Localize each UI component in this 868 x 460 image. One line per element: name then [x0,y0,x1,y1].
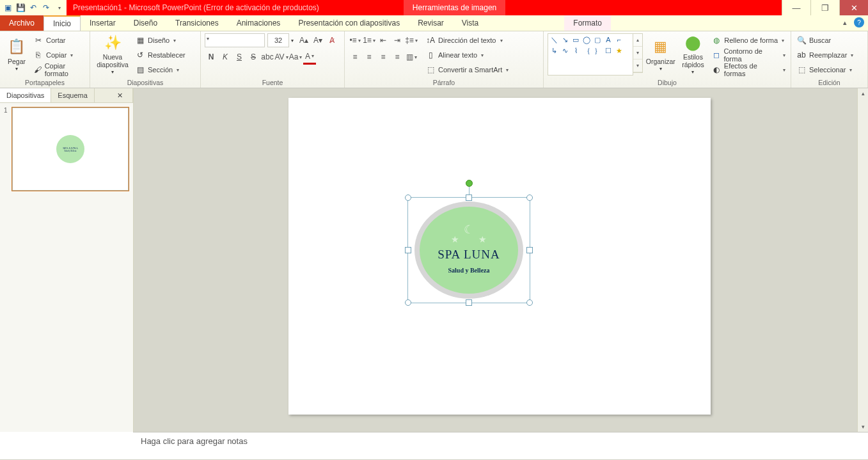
shape-text-icon[interactable]: A [604,35,613,44]
font-name-combo[interactable] [205,33,265,47]
align-right-button[interactable]: ≡ [377,51,390,63]
minimize-button[interactable]: — [782,0,810,15]
resize-handle-nw[interactable] [405,194,411,201]
tab-view[interactable]: Vista [453,15,487,31]
resize-handle-n[interactable] [466,194,472,201]
shape-line-icon[interactable]: ＼ [549,35,558,44]
shapes-gallery[interactable]: ＼↘▭◯▢A⌐ ↳∿⌇｛｝☐★ [548,33,633,75]
inc-indent-button[interactable]: ⇥ [391,34,404,47]
resize-handle-sw[interactable] [405,299,411,306]
selection-box[interactable]: ☾ ★★ SPA LUNA Salud y Belleza [407,197,530,303]
grow-font-button[interactable]: A▴ [297,34,310,47]
help-icon[interactable]: ? [854,17,864,28]
shape-curve-icon[interactable]: ∿ [560,46,569,55]
rotation-handle[interactable] [466,180,473,187]
panel-tab-outline[interactable]: Esquema [51,88,94,102]
justify-button[interactable]: ≡ [391,51,404,63]
clear-format-button[interactable]: A̷ [326,34,338,47]
find-button[interactable]: 🔍Buscar [795,33,855,47]
shadow-button[interactable]: abc [261,51,274,63]
shape-fill-button[interactable]: ◍Relleno de forma [710,33,787,47]
bold-button[interactable]: N [205,51,217,63]
logo-image[interactable]: ☾ ★★ SPA LUNA Salud y Belleza [414,202,523,299]
shape-elbow-icon[interactable]: ↳ [549,46,558,55]
align-text-icon: ▯ [425,50,436,60]
underline-button[interactable]: S [233,51,246,63]
format-painter-button[interactable]: 🖌Copiar formato [32,63,86,77]
tab-format[interactable]: Formato [564,15,611,31]
scroll-down-icon[interactable]: ▾ [858,422,868,432]
shrink-font-button[interactable]: A▾ [312,34,324,47]
redo-icon[interactable]: ↷ [41,3,51,13]
tab-animations[interactable]: Animaciones [228,15,290,31]
change-case-button[interactable]: Aa [289,51,302,63]
shapes-gallery-scroll[interactable]: ▴▾▾ [633,33,643,73]
save-icon[interactable]: 💾 [15,3,26,13]
resize-handle-w[interactable] [405,247,411,253]
new-slide-button[interactable]: ✨ Nueva diapositiva ▾ [94,33,131,75]
shape-rect-icon[interactable]: ▭ [571,35,580,44]
notes-pane[interactable]: Haga clic para agregar notas [133,432,868,459]
resize-handle-s[interactable] [466,299,472,306]
scroll-up-icon[interactable]: ▴ [858,88,868,99]
minimize-ribbon-icon[interactable]: ▴ [840,17,850,28]
shape-ellipse-icon[interactable]: ◯ [582,35,591,44]
vertical-scrollbar[interactable]: ▴ ▾ [857,88,868,432]
shape-roundrect-icon[interactable]: ▢ [593,35,602,44]
undo-icon[interactable]: ↶ [28,3,38,13]
panel-close-button[interactable]: ✕ [107,88,133,102]
shape-outline-button[interactable]: ◻Contorno de forma [710,48,787,62]
tab-file[interactable]: Archivo [0,15,43,31]
italic-button[interactable]: K [219,51,232,63]
strike-button[interactable]: S [247,51,260,63]
font-color-button[interactable]: A [303,50,316,65]
shape-brace2-icon[interactable]: ｝ [593,46,602,55]
shape-effects-button[interactable]: ◐Efectos de formas [710,63,787,77]
tab-insert[interactable]: Insertar [81,15,125,31]
tab-review[interactable]: Revisar [409,15,453,31]
cut-button[interactable]: ✂Cortar [32,33,86,47]
section-button[interactable]: ▤Sección [134,63,187,77]
shape-arrow-icon[interactable]: ↘ [560,35,569,44]
shape-connector-icon[interactable]: ⌐ [615,35,624,44]
qat-customize-icon[interactable] [54,3,64,13]
resize-handle-se[interactable] [526,299,533,306]
bullets-button[interactable]: •≡ [349,34,361,47]
tab-slideshow[interactable]: Presentación con diapositivas [289,15,409,31]
numbering-button[interactable]: 1≡ [363,34,375,47]
slide-thumbnail[interactable]: SPA LUNA Salud y Belleza [12,107,129,191]
resize-handle-ne[interactable] [526,194,533,201]
shape-freeform-icon[interactable]: ⌇ [571,46,580,55]
shape-brace-icon[interactable]: ｛ [582,46,591,55]
quick-styles-button[interactable]: ⬤ Estilos rápidos▾ [679,33,708,75]
panel-tab-slides[interactable]: Diapositivas [0,88,51,102]
line-spacing-button[interactable]: ‡≡ [405,34,418,47]
shape-star-icon[interactable]: ★ [615,46,624,55]
close-button[interactable]: ✕ [839,0,868,15]
select-button[interactable]: ⬚Seleccionar [795,63,855,77]
align-left-button[interactable]: ≡ [349,51,361,63]
tab-design[interactable]: Diseño [125,15,166,31]
reset-button[interactable]: ↺Restablecer [134,48,187,62]
tab-home[interactable]: Inicio [43,15,81,31]
smartart-button[interactable]: ⬚Convertir a SmartArt [424,63,510,77]
thumb-logo: SPA LUNA Salud y Belleza [56,135,84,163]
columns-button[interactable]: ▥ [405,51,418,63]
paste-button[interactable]: 📋 Pegar ▾ [4,33,29,75]
arrange-button[interactable]: ▦ Organizar▾ [645,33,676,75]
replace-button[interactable]: abReemplazar [795,48,855,62]
dec-indent-button[interactable]: ⇤ [377,34,390,47]
font-size-combo[interactable]: 32 [267,33,289,47]
layout-button[interactable]: ▦Diseño [134,33,187,47]
group-label-slides: Diapositivas [90,79,200,88]
outline-icon: ◻ [711,50,721,60]
copy-button[interactable]: ⎘Copiar [32,48,86,62]
align-text-button[interactable]: ▯Alinear texto [424,48,510,62]
align-center-button[interactable]: ≡ [363,51,375,63]
char-spacing-button[interactable]: AV [275,51,288,63]
maximize-button[interactable]: ❐ [810,0,839,15]
tab-transitions[interactable]: Transiciones [166,15,228,31]
resize-handle-e[interactable] [526,247,533,253]
text-direction-button[interactable]: ↕ADirección del texto [424,33,510,47]
shape-callout-icon[interactable]: ☐ [604,46,613,55]
